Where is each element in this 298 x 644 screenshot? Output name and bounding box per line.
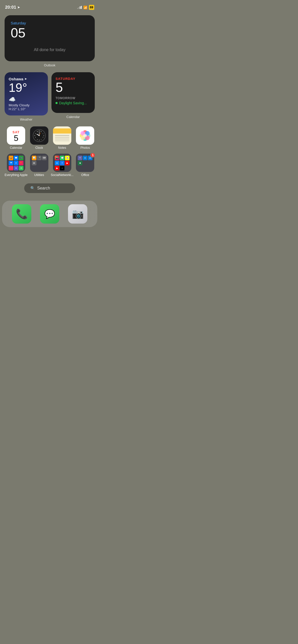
social-label: SocialNetworki... [51, 173, 73, 177]
status-right-icons: 📶 69 [77, 5, 94, 10]
photos-app-label: Photos [80, 146, 90, 150]
utilities-label: Utilities [34, 173, 44, 177]
everything-apple-folder-icon[interactable]: 📦 ✉️ 📹 🗺 A ❤️ ⋮⋮ ● ◎ [7, 154, 25, 172]
svg-text:10: 10 [37, 131, 38, 132]
weather-condition-icon: ☁️ [9, 96, 44, 103]
app-item-office[interactable]: T O in ■ 1 Office [76, 154, 95, 177]
weather-location: Oshawa ➤ [9, 77, 44, 81]
battery-indicator: 69 [89, 5, 94, 10]
calendar-date-big: 5 [56, 81, 91, 94]
app-item-notes[interactable]: Notes [51, 126, 73, 150]
utilities-folder-icon[interactable]: 📊 🎤 ⌨ ⊞ [30, 154, 48, 172]
calendar-icon-num: 5 [14, 134, 18, 142]
notes-app-label: Notes [58, 146, 66, 150]
office-label: Office [81, 173, 89, 177]
clock-app-icon[interactable]: 12 3 6 9 10 11 1 2 7 5 4 8 [30, 126, 48, 145]
photos-app-icon[interactable] [76, 126, 94, 145]
weather-high-low: H:22° L:10° [9, 107, 44, 111]
svg-text:5: 5 [37, 139, 38, 140]
svg-point-25 [83, 134, 87, 137]
battery-level: 69 [90, 6, 93, 9]
outlook-widget-section[interactable]: Saturday 05 All done for today Outlook [5, 15, 95, 67]
location-arrow-icon: ➤ [17, 6, 20, 9]
app-item-everything-apple[interactable]: 📦 ✉️ 📹 🗺 A ❤️ ⋮⋮ ● ◎ Everything Apple [5, 154, 28, 177]
messages-icon: 💬 [44, 209, 55, 219]
dock-camera-icon[interactable]: 📷 [68, 204, 87, 224]
weather-widget-label: Weather [20, 118, 33, 121]
svg-text:9: 9 [34, 135, 35, 136]
calendar-tomorrow-label: TOMORROW [56, 96, 91, 100]
outlook-date-number: 05 [11, 26, 89, 39]
search-icon: 🔍 [30, 186, 35, 191]
search-bar[interactable]: 🔍 Search [24, 183, 75, 193]
location-arrow-icon: ➤ [24, 77, 27, 81]
app-item-clock[interactable]: 12 3 6 9 10 11 1 2 7 5 4 8 [30, 126, 49, 150]
status-time: 20:01 ➤ [5, 5, 20, 10]
weather-widget-col[interactable]: Oshawa ➤ 19° ☁️ Mostly Cloudy H:22° L:10… [5, 72, 48, 121]
app-grid: SAT 5 Calendar 12 3 6 9 10 11 1 2 7 [5, 126, 95, 177]
calendar-widget[interactable]: SATURDAY 5 TOMORROW Daylight Saving... [51, 72, 95, 113]
dock: 📞 💬 📷 [2, 201, 97, 227]
calendar-app-icon[interactable]: SAT 5 [7, 126, 25, 145]
app-item-social[interactable]: 📷 💬 👻 m f ▶ ▶ ♪ SocialNetworki... [51, 154, 73, 177]
svg-text:6: 6 [39, 139, 39, 141]
svg-text:2: 2 [43, 137, 43, 138]
search-label: Search [37, 186, 50, 191]
weather-widget[interactable]: Oshawa ➤ 19° ☁️ Mostly Cloudy H:22° L:10… [5, 72, 48, 115]
app-item-photos[interactable]: Photos [76, 126, 95, 150]
signal-strength-icon [77, 6, 82, 9]
notes-app-icon[interactable] [53, 126, 71, 145]
search-bar-wrapper: 🔍 Search [5, 183, 95, 193]
status-bar: 20:01 ➤ 📶 69 [0, 0, 99, 13]
svg-text:8: 8 [35, 133, 36, 134]
outlook-empty-message: All done for today [11, 43, 89, 54]
outlook-day-label: Saturday [11, 21, 89, 25]
clock-app-label: Clock [35, 146, 43, 150]
calendar-event-text: Daylight Saving... [59, 101, 87, 105]
calendar-widget-col[interactable]: SATURDAY 5 TOMORROW Daylight Saving... C… [51, 72, 95, 121]
main-content: Saturday 05 All done for today Outlook O… [0, 13, 99, 201]
clock-face-svg: 12 3 6 9 10 11 1 2 7 5 4 8 [33, 129, 46, 142]
dock-messages-icon[interactable]: 💬 [40, 204, 59, 224]
svg-text:1: 1 [43, 133, 43, 134]
wifi-icon: 📶 [83, 6, 87, 9]
widgets-row: Oshawa ➤ 19° ☁️ Mostly Cloudy H:22° L:10… [5, 72, 95, 121]
calendar-app-label: Calendar [10, 146, 22, 150]
svg-text:7: 7 [41, 139, 42, 140]
time-display: 20:01 [5, 5, 16, 10]
svg-point-16 [39, 135, 40, 136]
outlook-widget-label: Outlook [44, 63, 56, 67]
dock-phone-icon[interactable]: 📞 [12, 204, 31, 224]
outlook-widget[interactable]: Saturday 05 All done for today [5, 15, 95, 61]
office-badge: 1 [90, 153, 95, 158]
calendar-event: Daylight Saving... [56, 101, 91, 105]
svg-text:4: 4 [35, 137, 36, 138]
svg-text:3: 3 [43, 135, 44, 136]
camera-icon: 📷 [72, 208, 84, 219]
office-folder-icon[interactable]: T O in ■ 1 [76, 154, 94, 172]
social-folder-icon[interactable]: 📷 💬 👻 m f ▶ ▶ ♪ [53, 154, 71, 172]
phone-icon: 📞 [16, 208, 28, 219]
photos-flower-icon [79, 129, 91, 142]
everything-apple-label: Everything Apple [5, 173, 28, 177]
weather-temperature: 19° [9, 81, 44, 95]
svg-text:11: 11 [40, 131, 42, 132]
calendar-widget-label: Calendar [66, 115, 80, 119]
app-item-calendar[interactable]: SAT 5 Calendar [5, 126, 28, 150]
calendar-event-dot [56, 102, 58, 104]
svg-text:12: 12 [38, 130, 40, 131]
weather-description: Mostly Cloudy [9, 103, 44, 107]
app-item-utilities[interactable]: 📊 🎤 ⌨ ⊞ Utilities [30, 154, 49, 177]
